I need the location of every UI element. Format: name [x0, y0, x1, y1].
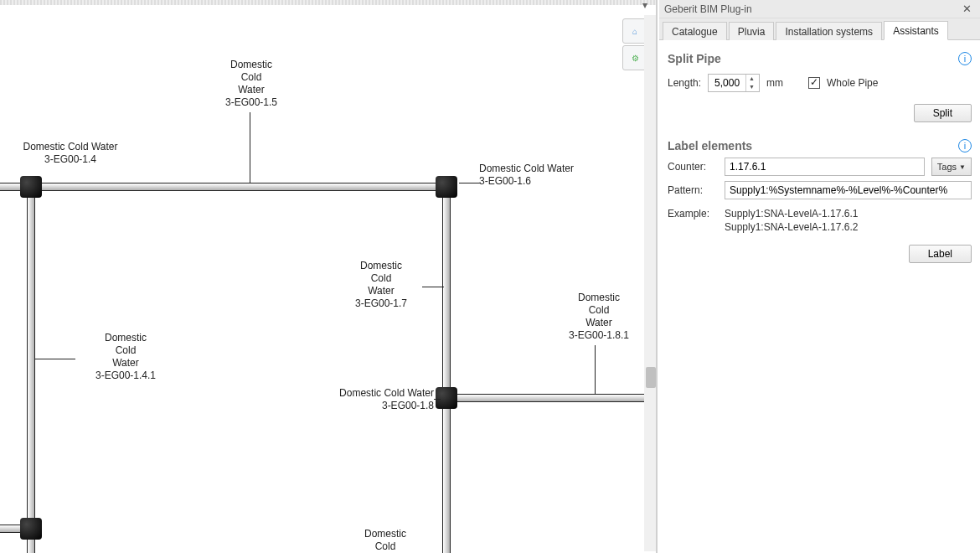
scrollbar-thumb[interactable]: [646, 367, 656, 388]
tab-assistants[interactable]: Assistants: [884, 21, 948, 40]
pipe-segment[interactable]: [449, 394, 658, 402]
tab-catalogue[interactable]: Catalogue: [663, 22, 727, 40]
pipe-tag: Domestic Cold Water 3-EG00-1.7: [335, 260, 427, 310]
pipe-segment[interactable]: [442, 189, 451, 553]
label-button[interactable]: Label: [909, 245, 972, 263]
leader-line: [35, 359, 75, 359]
leader-line: [595, 345, 596, 394]
counter-input[interactable]: [725, 158, 925, 176]
info-icon[interactable]: i: [958, 52, 972, 65]
section-title: Split Pipe: [668, 52, 721, 65]
section-split-pipe-header: Split Pipe i: [668, 52, 972, 65]
section-label-elements-header: Label elements i: [668, 139, 972, 152]
pipe-tag: Domestic Cold Water 3-EG00-1.4: [3, 141, 137, 166]
spin-up-icon[interactable]: ▲: [746, 75, 757, 83]
pipe-tee-fitting[interactable]: [436, 387, 457, 409]
leader-line: [250, 112, 250, 183]
chevron-down-icon: ▼: [959, 163, 966, 171]
example-block: Example: Supply1:SNA-LevelA-1.17.6.1 Sup…: [668, 208, 972, 233]
example-line-2: Supply1:SNA-LevelA-1.17.6.2: [725, 221, 972, 233]
tab-pluvia[interactable]: Pluvia: [729, 22, 775, 40]
pipe-tag: Domestic Cold Water 3-EG00-1.6: [479, 163, 613, 188]
split-button[interactable]: Split: [914, 104, 972, 122]
pipe-tag: Domestic Cold Water 3-EG00-1.8.1: [553, 292, 645, 342]
panel-grip[interactable]: [0, 0, 658, 5]
pipe-tag: Domestic Cold Water 3-EG00-1.4.1: [75, 332, 176, 382]
vertical-scrollbar[interactable]: [644, 15, 658, 551]
counter-label: Counter:: [668, 161, 718, 173]
tags-dropdown-button[interactable]: Tags ▼: [931, 158, 972, 176]
leader-line: [422, 287, 444, 287]
panel-title: Geberit BIM Plug-in: [664, 3, 959, 15]
counter-row: Counter: Tags ▼: [668, 158, 972, 176]
length-row: Length: ▲ ▼ mm Whole Pipe: [668, 74, 972, 92]
pipe-tag: Domestic Cold Water 3-EG00-1.5: [209, 59, 293, 109]
plugin-panel: Geberit BIM Plug-in ✕ Catalogue Pluvia I…: [659, 0, 980, 553]
pipe-tag: Domestic Cold Water 3-EG00-1.8: [308, 387, 434, 412]
leader-line: [434, 399, 441, 400]
whole-pipe-checkbox[interactable]: [808, 77, 820, 89]
length-label: Length:: [668, 77, 701, 89]
drawing-canvas[interactable]: ▾ Domestic Cold Water 3-EG00-1.4 Domesti…: [0, 0, 658, 553]
section-title: Label elements: [668, 139, 752, 152]
pipe-tag: Domestic Cold: [343, 528, 427, 553]
example-line-1: Supply1:SNA-LevelA-1.17.6.1: [725, 208, 972, 220]
length-input[interactable]: [709, 77, 745, 89]
close-icon[interactable]: ✕: [959, 3, 975, 15]
pipe-segment[interactable]: [0, 183, 451, 191]
tab-installation-systems[interactable]: Installation systems: [776, 22, 882, 40]
pattern-row: Pattern:: [668, 181, 972, 199]
pipe-elbow-fitting[interactable]: [20, 518, 42, 540]
whole-pipe-label: Whole Pipe: [827, 77, 878, 89]
leader-line: [459, 183, 481, 183]
spin-down-icon[interactable]: ▼: [746, 83, 757, 91]
example-label: Example:: [668, 208, 718, 220]
panel-titlebar: Geberit BIM Plug-in ✕: [659, 0, 980, 18]
info-icon[interactable]: i: [958, 139, 972, 152]
tags-button-label: Tags: [937, 162, 957, 172]
pipe-elbow-fitting[interactable]: [436, 176, 457, 198]
unit-label: mm: [766, 77, 783, 89]
pipe-segment[interactable]: [27, 189, 35, 553]
pipe-tee-fitting[interactable]: [20, 176, 42, 198]
tab-strip: Catalogue Pluvia Installation systems As…: [659, 18, 980, 40]
panel-body: Split Pipe i Length: ▲ ▼ mm Whole Pipe S…: [659, 40, 980, 553]
pattern-label: Pattern:: [668, 184, 718, 196]
pattern-input[interactable]: [725, 181, 972, 199]
canvas-menu-chevron-icon[interactable]: ▾: [642, 0, 647, 11]
length-stepper[interactable]: ▲ ▼: [708, 74, 760, 92]
